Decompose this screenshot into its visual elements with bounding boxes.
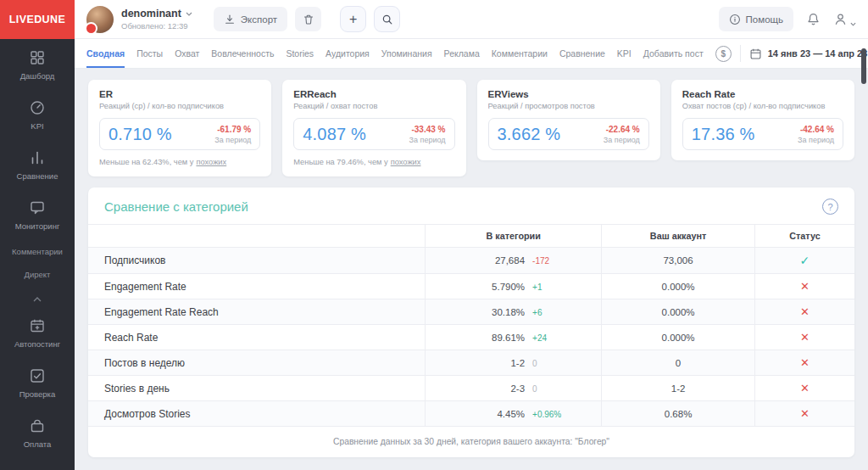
metric-change: -22.64 % За период [604,125,640,144]
page-content: ER Реакций (ср) / кол-во подписчиков 0.7… [75,69,868,470]
notifications-bell-icon[interactable] [806,12,821,26]
sidebar-item-check[interactable]: Проверка [0,358,75,408]
table-row: Stories в день 2-30 1-2 ✕ [88,376,854,401]
sidebar-item-monitoring[interactable]: Мониторинг [0,190,75,240]
account-info: denominant Обновлено: 12:39 [121,8,192,31]
vertical-scrollbar-thumb[interactable] [861,48,866,84]
help-question-icon[interactable]: ? [822,199,838,215]
user-menu-button[interactable] [833,12,856,26]
metric-change-value: -42.64 % [798,125,834,134]
help-label: Помощь [746,14,783,25]
category-value: 2-3 [432,383,525,394]
status-cross-icon: ✕ [800,356,810,369]
help-button[interactable]: Помощь [719,7,793,31]
table-row: Досмотров Stories 4.45%+0.96% 0.68% ✕ [88,401,854,427]
account-value: 0.68% [602,401,755,427]
livedune-logo[interactable]: LIVEDUNE [0,0,75,39]
status-cross-icon: ✕ [800,280,810,293]
tab-ads[interactable]: Реклама [444,39,480,68]
metric-note-text: Меньше на 62.43%, чем у [99,158,193,166]
category-value: 4.45% [432,409,525,419]
category-value: 89.61% [432,333,525,343]
tab-posts[interactable]: Посты [136,39,163,68]
metric-value-box: 17.36 % -42.64 % За период [682,118,843,150]
currency-icon[interactable]: $ [715,46,732,62]
tab-audience[interactable]: Аудитория [326,39,370,68]
calendar-plus-icon [29,317,46,334]
tab-reach[interactable]: Охват [175,39,199,68]
category-delta: +6 [532,308,542,317]
tab-mentions[interactable]: Упоминания [381,39,432,68]
date-range-picker[interactable]: 14 янв 23 — 14 апр 23 [749,48,868,60]
panel-header: Сравнение с категорией ? [88,199,854,215]
metric-change: -61.79 % За период [214,125,251,144]
category-delta: +24 [532,333,547,343]
sidebar-item-compare[interactable]: Сравнение [0,140,75,190]
metric-change-value: -33.43 % [409,125,446,134]
section-tabs: Сводная Посты Охват Вовлеченность Storie… [75,39,868,69]
sidebar-item-dashboard[interactable]: Дашборд [0,40,75,90]
search-button[interactable] [374,6,400,32]
trash-icon [303,14,314,25]
export-button[interactable]: Экспорт [214,7,287,31]
metric-change-period: За период [604,136,640,144]
tab-stories[interactable]: Stories [286,39,314,68]
metric-change-period: За период [409,136,446,144]
metric-card-er: ER Реакций (ср) / кол-во подписчиков 0.7… [88,80,271,176]
add-account-button[interactable]: + [340,6,366,32]
calendar-icon [749,48,762,60]
table-row: Постов в неделю 1-20 0 ✕ [88,350,854,376]
metric-title: ERReach [293,89,454,99]
top-right-controls: Помощь [719,7,856,31]
sidebar-item-autoposting[interactable]: Автопостинг [0,308,75,358]
tab-compare[interactable]: Сравнение [559,39,605,68]
metric-value: 4.087 % [303,125,366,144]
metric-note: Меньше на 79.46%, чем упохожих [293,158,454,166]
table-header-row: В категории Ваш аккаунт Статус [88,225,854,248]
category-value: 27,684 [432,255,525,266]
similar-accounts-link[interactable]: похожих [196,158,226,166]
metric-card-reachrate: Reach Rate Охват постов (ср) / кол-во по… [671,80,854,160]
metric-value-box: 0.710 % -61.79 % За период [99,118,260,150]
sidebar-item-payment[interactable]: Оплата [0,408,75,458]
tab-engagement[interactable]: Вовлеченность [211,39,274,68]
category-delta: +0.96% [532,410,561,419]
account-value: 0.000% [602,325,755,350]
tab-kpi[interactable]: KPI [617,39,632,68]
account-value: 73,006 [602,248,755,274]
metric-value: 17.36 % [692,125,755,144]
tab-summary[interactable]: Сводная [86,39,125,68]
sidebar-nav: Дашборд KPI Сравнение Мониторинг Коммент… [0,39,75,458]
category-delta: +1 [532,283,542,292]
account-switcher[interactable]: denominant Обновлено: 12:39 [86,6,192,33]
tab-add-post[interactable]: Добавить пост [643,39,704,68]
table-row: Reach Rate 89.61%+24 0.000% ✕ [88,325,854,350]
sidebar-item-kpi[interactable]: KPI [0,90,75,140]
account-value: 0 [602,350,755,376]
status-cross-icon: ✕ [800,382,810,394]
sidebar-item-label: Проверка [19,389,56,399]
sidebar-collapse-chevron[interactable] [0,286,75,308]
row-label: Досмотров Stories [88,401,426,427]
status-cross-icon: ✕ [800,407,810,420]
sidebar-item-label: Мониторинг [15,221,60,231]
table-row: Подписчиков 27,684-172 73,006 ✓ [88,248,854,274]
comparison-footer-note: Сравнение данных за 30 дней, категория в… [88,427,854,457]
sidebar-item-comments[interactable]: Комментарии [0,240,75,263]
main-area: denominant Обновлено: 12:39 Экспорт + [75,0,868,470]
top-bar: denominant Обновлено: 12:39 Экспорт + [75,0,868,39]
row-label: Stories в день [88,376,426,401]
sidebar-item-label: Сравнение [17,171,58,181]
metric-change-value: -22.64 % [604,125,640,134]
account-name: denominant [121,8,181,20]
account-avatar[interactable] [86,6,114,33]
info-icon [729,14,741,25]
similar-accounts-link[interactable]: похожих [391,158,421,166]
account-value: 0.000% [602,299,755,325]
tab-comments[interactable]: Комментарии [492,39,548,68]
sidebar-item-direct[interactable]: Директ [0,263,75,286]
updated-timestamp: Обновлено: 12:39 [121,21,192,31]
plus-icon: + [349,13,357,26]
delete-button[interactable] [295,7,321,31]
download-icon [224,14,236,25]
